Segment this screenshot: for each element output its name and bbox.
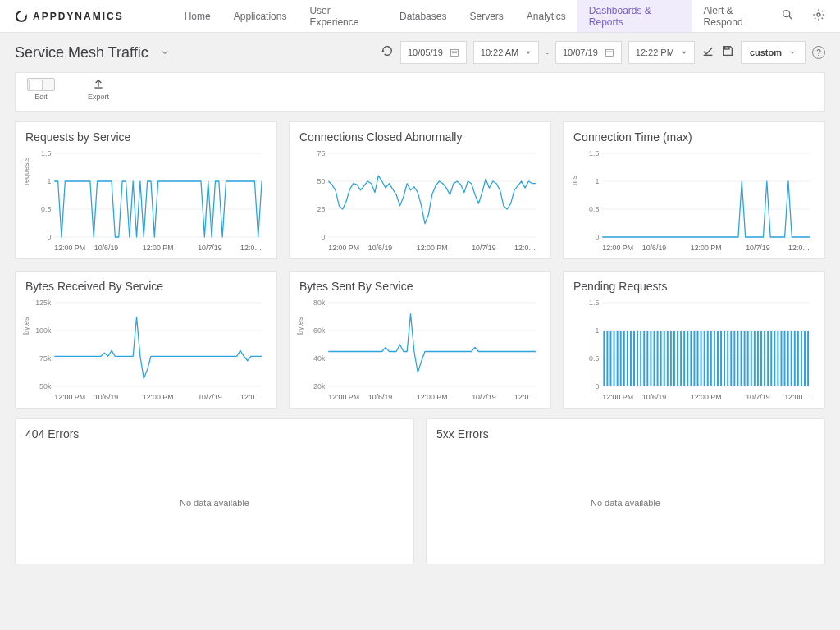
svg-text:10/7/19: 10/7/19 bbox=[472, 244, 495, 252]
no-data-message: No data available bbox=[436, 445, 815, 560]
brand: APPDYNAMICS bbox=[15, 10, 124, 23]
panel-title: Connection Time (max) bbox=[573, 130, 815, 144]
nav-item-analytics[interactable]: Analytics bbox=[515, 0, 578, 32]
svg-text:75k: 75k bbox=[39, 354, 52, 363]
save-icon[interactable] bbox=[721, 44, 734, 61]
from-time-field[interactable]: 10:22 AM bbox=[473, 41, 539, 64]
edit-label: Edit bbox=[34, 93, 48, 101]
panel-title: 5xx Errors bbox=[436, 427, 815, 441]
chart-area: bytes 50k75k100k125k12:00 PM10/6/1912:00… bbox=[25, 298, 267, 404]
svg-text:12:00 PM: 12:00 PM bbox=[143, 393, 174, 401]
panel-title: Pending Requests bbox=[573, 280, 815, 293]
panel-requests-by-service: Requests by Service requests 00.511.512:… bbox=[15, 121, 277, 259]
calendar-icon bbox=[605, 48, 614, 57]
svg-text:0: 0 bbox=[321, 233, 325, 241]
search-icon[interactable] bbox=[781, 8, 794, 25]
top-nav: APPDYNAMICS HomeApplicationsUser Experie… bbox=[0, 0, 840, 33]
svg-line-10 bbox=[822, 17, 823, 18]
chart-area: 00.511.512:00 PM10/6/1912:00 PM10/7/1912… bbox=[573, 298, 815, 404]
y-axis-label: ms bbox=[570, 176, 578, 185]
caret-down-icon bbox=[681, 49, 687, 56]
svg-text:25: 25 bbox=[317, 205, 326, 213]
svg-text:100k: 100k bbox=[35, 326, 52, 335]
apply-check-icon[interactable] bbox=[701, 44, 714, 61]
svg-text:12:00 PM: 12:00 PM bbox=[143, 244, 174, 252]
y-axis-label: bytes bbox=[22, 317, 30, 335]
export-button[interactable]: Export bbox=[88, 78, 109, 101]
range-preset-select[interactable]: custom bbox=[741, 41, 806, 64]
svg-marker-21 bbox=[682, 52, 686, 54]
page-title[interactable]: Service Mesh Traffic bbox=[15, 44, 170, 62]
svg-text:12:00 PM: 12:00 PM bbox=[691, 393, 722, 401]
panel-5xx-errors: 5xx Errors No data available bbox=[426, 418, 825, 564]
svg-text:12:0…: 12:0… bbox=[240, 244, 262, 252]
brand-logo-icon bbox=[15, 10, 28, 23]
svg-text:12:0…: 12:0… bbox=[240, 393, 262, 401]
chart-area: 025507512:00 PM10/6/1912:00 PM10/7/1912:… bbox=[299, 148, 541, 255]
panel-404-errors: 404 Errors No data available bbox=[15, 418, 414, 564]
range-preset-text: custom bbox=[750, 48, 782, 57]
svg-text:0: 0 bbox=[595, 382, 599, 390]
gear-icon[interactable] bbox=[812, 8, 825, 25]
caret-down-icon bbox=[525, 49, 532, 56]
svg-rect-23 bbox=[725, 47, 729, 49]
svg-text:10/6/19: 10/6/19 bbox=[368, 244, 392, 252]
to-time-field[interactable]: 12:22 PM bbox=[628, 41, 695, 64]
help-icon[interactable]: ? bbox=[812, 46, 825, 59]
main-nav: HomeApplicationsUser ExperienceDatabases… bbox=[173, 0, 781, 32]
sub-toolbar: Service Mesh Traffic 10/05/19 10:22 AM -… bbox=[0, 33, 840, 72]
chevron-down-icon bbox=[160, 48, 170, 57]
chart-area: bytes 20k40k60k80k12:00 PM10/6/1912:00 P… bbox=[299, 298, 541, 404]
svg-text:12:0…: 12:0… bbox=[514, 244, 536, 252]
refresh-icon[interactable] bbox=[381, 44, 394, 61]
to-date-field[interactable]: 10/07/19 bbox=[555, 41, 622, 64]
svg-text:1: 1 bbox=[47, 177, 51, 185]
svg-text:1.5: 1.5 bbox=[589, 299, 599, 307]
export-label: Export bbox=[88, 93, 109, 101]
error-panels-row: 404 Errors No data available 5xx Errors … bbox=[0, 418, 840, 579]
svg-text:50k: 50k bbox=[39, 382, 52, 390]
panel-title: Bytes Received By Service bbox=[25, 280, 267, 293]
nav-item-alert-respond[interactable]: Alert & Respond bbox=[692, 0, 781, 32]
panel-title: 404 Errors bbox=[25, 427, 404, 441]
svg-text:10/6/19: 10/6/19 bbox=[94, 244, 118, 252]
brand-text: APPDYNAMICS bbox=[33, 11, 124, 22]
svg-text:50: 50 bbox=[317, 177, 326, 185]
nav-item-home[interactable]: Home bbox=[173, 0, 222, 32]
svg-text:0.5: 0.5 bbox=[41, 205, 51, 213]
svg-line-12 bbox=[822, 11, 823, 11]
chart-grid: Requests by Service requests 00.511.512:… bbox=[0, 112, 840, 418]
nav-item-applications[interactable]: Applications bbox=[222, 0, 299, 32]
calendar-icon bbox=[450, 48, 459, 57]
nav-item-databases[interactable]: Databases bbox=[388, 0, 458, 32]
y-axis-label: requests bbox=[22, 157, 30, 185]
page-title-text: Service Mesh Traffic bbox=[15, 44, 148, 62]
svg-point-4 bbox=[817, 13, 820, 16]
svg-text:0: 0 bbox=[595, 233, 599, 241]
to-date-text: 10/07/19 bbox=[563, 48, 598, 57]
nav-item-dashboards-reports[interactable]: Dashboards & Reports bbox=[578, 0, 692, 32]
nav-item-servers[interactable]: Servers bbox=[458, 0, 514, 32]
nav-item-user-experience[interactable]: User Experience bbox=[298, 0, 388, 32]
svg-text:12:00 PM: 12:00 PM bbox=[417, 393, 448, 401]
from-date-text: 10/05/19 bbox=[408, 48, 443, 57]
toggle-icon bbox=[27, 78, 55, 91]
from-date-field[interactable]: 10/05/19 bbox=[400, 41, 467, 64]
svg-text:12:00…: 12:00… bbox=[784, 393, 810, 401]
panel-title: Bytes Sent By Service bbox=[299, 280, 541, 293]
svg-text:12:00 PM: 12:00 PM bbox=[54, 244, 85, 252]
svg-text:0.5: 0.5 bbox=[589, 205, 599, 213]
svg-text:60k: 60k bbox=[313, 326, 326, 335]
svg-text:1: 1 bbox=[595, 326, 599, 335]
panel-conn-time: Connection Time (max) ms 00.511.512:00 P… bbox=[563, 121, 825, 259]
date-range-controls: 10/05/19 10:22 AM - 10/07/19 12:22 PM cu… bbox=[381, 41, 825, 64]
svg-text:12:00 PM: 12:00 PM bbox=[417, 244, 448, 252]
svg-point-2 bbox=[783, 10, 790, 16]
svg-text:12:00 PM: 12:00 PM bbox=[328, 244, 359, 252]
date-separator: - bbox=[546, 48, 549, 57]
svg-line-9 bbox=[815, 11, 815, 11]
svg-text:1.5: 1.5 bbox=[589, 149, 599, 158]
svg-text:20k: 20k bbox=[313, 382, 326, 390]
edit-toggle[interactable]: Edit bbox=[27, 78, 55, 101]
svg-text:12:00 PM: 12:00 PM bbox=[54, 393, 85, 401]
